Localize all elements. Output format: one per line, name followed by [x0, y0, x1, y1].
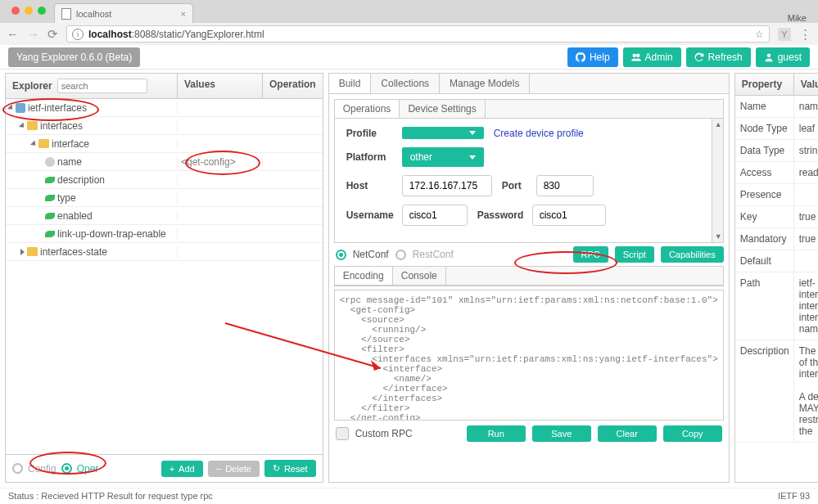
tree-row: type	[6, 189, 323, 207]
tab-console[interactable]: Console	[393, 267, 446, 285]
plus-icon: +	[169, 464, 174, 474]
scrollbar[interactable]: ▲▼	[712, 119, 723, 242]
chevron-right-icon[interactable]	[20, 249, 25, 255]
host-label: Host	[346, 180, 392, 191]
tab-encoding[interactable]: Encoding	[335, 267, 393, 285]
reload-icon[interactable]: ⟳	[47, 27, 58, 42]
save-button[interactable]: Save	[532, 425, 591, 442]
admin-button[interactable]: Admin	[623, 47, 681, 67]
user-icon	[764, 52, 774, 62]
username-input[interactable]	[402, 205, 468, 226]
reset-button[interactable]: ↻Reset	[264, 460, 316, 477]
add-button[interactable]: +Add	[161, 461, 203, 477]
close-window-icon[interactable]	[11, 7, 20, 15]
url-path: :8088/static/YangExplorer.html	[132, 29, 264, 40]
refresh-button[interactable]: Refresh	[686, 47, 751, 67]
maximize-window-icon[interactable]	[38, 7, 46, 15]
chevron-down-icon[interactable]	[19, 122, 26, 129]
run-button[interactable]: Run	[467, 425, 526, 442]
browser-profile[interactable]: Mike	[788, 7, 818, 23]
extension-icon[interactable]: Y	[778, 28, 791, 41]
status-right: IETF 93	[778, 491, 810, 502]
copy-button[interactable]: Copy	[663, 425, 722, 442]
tab-manage-models[interactable]: Manage Models	[440, 74, 530, 93]
property-row: Presence	[735, 184, 818, 206]
app-topbar: Yang Explorer 0.6.0 (Beta) Help Admin Re…	[0, 45, 818, 70]
github-icon	[576, 52, 585, 62]
value-header: Value	[794, 74, 818, 95]
password-input[interactable]	[532, 205, 606, 226]
script-button[interactable]: Script	[615, 246, 654, 263]
window-controls[interactable]	[7, 0, 54, 15]
host-input[interactable]	[402, 175, 492, 196]
site-info-icon[interactable]: i	[72, 29, 84, 40]
url-host: localhost	[88, 29, 132, 40]
property-row: Node Typeleaf	[735, 118, 818, 140]
create-profile-link[interactable]: Create device profile	[494, 128, 584, 139]
leaf-icon	[45, 195, 55, 201]
chevron-down-icon[interactable]	[7, 104, 15, 111]
folder-icon	[27, 247, 38, 256]
address-bar[interactable]: i localhost:8088/static/YangExplorer.htm…	[66, 25, 770, 43]
custom-rpc-checkbox[interactable]	[336, 427, 349, 440]
explorer-panel: Explorer Values Operation ietf-interface…	[5, 73, 323, 483]
svg-point-1	[636, 53, 640, 57]
guest-button[interactable]: guest	[756, 47, 810, 67]
help-button[interactable]: Help	[567, 47, 618, 67]
minus-icon: −	[216, 464, 221, 474]
tab-build[interactable]: Build	[328, 73, 372, 93]
folder-icon	[27, 121, 38, 130]
password-label: Password	[477, 209, 522, 221]
minimize-window-icon[interactable]	[25, 7, 33, 15]
port-label: Port	[502, 180, 527, 191]
menu-icon[interactable]: ⋮	[799, 27, 811, 42]
browser-tab[interactable]: localhost ×	[54, 3, 193, 23]
center-panel: Build Collections Manage Models Operatio…	[328, 73, 730, 483]
custom-rpc-label: Custom RPC	[355, 428, 413, 439]
rpc-body[interactable]: <rpc message-id="101" xmlns="urn:ietf:pa…	[334, 290, 724, 421]
status-text: Status : Recieved HTTP Result for reques…	[8, 491, 213, 502]
operations-box: Operations Device Settings ▲▼ Profile Cr…	[334, 99, 724, 243]
property-row: Namename	[735, 96, 818, 118]
property-row: Accessread-write	[735, 162, 818, 184]
close-tab-icon[interactable]: ×	[181, 9, 186, 19]
explorer-footer: Config Oper +Add −Delete ↻Reset	[6, 454, 323, 482]
leaf-icon	[45, 213, 55, 219]
username-label: Username	[346, 209, 392, 221]
profile-label: Profile	[346, 128, 392, 139]
tab-collections[interactable]: Collections	[371, 74, 440, 93]
restconf-radio[interactable]	[395, 250, 406, 260]
oper-radio[interactable]	[61, 463, 72, 474]
capabilities-button[interactable]: Capabilities	[661, 246, 724, 263]
explorer-header: Explorer	[6, 74, 178, 98]
key-icon	[45, 157, 55, 167]
netconf-radio[interactable]	[336, 250, 346, 260]
delete-button[interactable]: −Delete	[208, 461, 260, 477]
tree-row: link-up-down-trap-enable	[6, 225, 323, 243]
property-panel: Property Value Namename Node Typeleaf Da…	[734, 73, 818, 483]
tab-operations[interactable]: Operations	[335, 100, 400, 118]
profile-select[interactable]	[402, 127, 484, 139]
page-icon	[61, 8, 71, 20]
tree-row: ietf-interfaces	[6, 99, 323, 117]
config-radio[interactable]	[12, 463, 23, 474]
clear-button[interactable]: Clear	[598, 425, 657, 442]
property-row: Default	[735, 250, 818, 272]
search-input[interactable]	[57, 79, 147, 93]
forward-icon: →	[27, 27, 39, 41]
tree[interactable]: ietf-interfaces interfaces interface nam…	[6, 99, 323, 454]
operation-header: Operation	[263, 74, 323, 98]
module-icon	[16, 103, 25, 113]
tab-device-settings[interactable]: Device Settings	[400, 100, 485, 118]
tree-row: description	[6, 171, 323, 189]
property-row: Mandatorytrue	[735, 228, 818, 250]
port-input[interactable]	[536, 175, 594, 196]
rpc-button[interactable]: RPC	[573, 246, 608, 263]
caret-down-icon	[469, 155, 476, 160]
refresh-icon	[694, 52, 704, 62]
bookmark-icon[interactable]: ☆	[755, 29, 764, 40]
chevron-down-icon[interactable]	[30, 140, 38, 147]
values-header: Values	[178, 74, 263, 98]
platform-select[interactable]: other	[402, 147, 484, 167]
back-icon[interactable]: ←	[7, 27, 19, 41]
